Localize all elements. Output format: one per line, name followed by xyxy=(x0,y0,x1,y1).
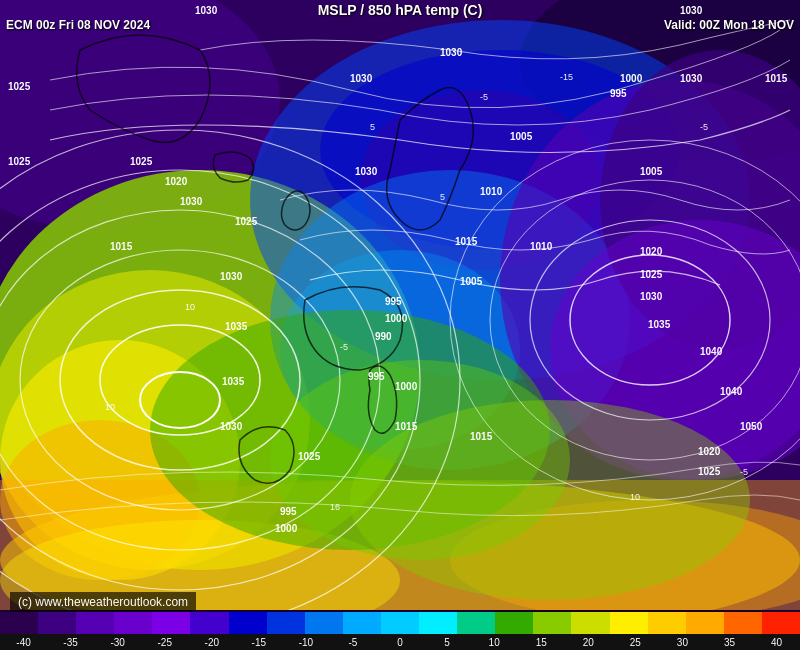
svg-text:1010: 1010 xyxy=(480,186,503,197)
svg-text:1040: 1040 xyxy=(700,346,723,357)
cb-lbl-14: 25 xyxy=(612,637,659,648)
cb-lbl-8: -5 xyxy=(329,637,376,648)
svg-text:-5: -5 xyxy=(700,122,708,132)
svg-text:1020: 1020 xyxy=(698,446,721,457)
svg-text:1025: 1025 xyxy=(130,156,153,167)
cb-seg-14 xyxy=(495,612,533,634)
cb-lbl-4: -25 xyxy=(141,637,188,648)
cb-lbl-3: -30 xyxy=(94,637,141,648)
svg-text:1015: 1015 xyxy=(395,421,418,432)
colorbar: -40 -35 -30 -25 -20 -15 -10 -5 0 5 10 15… xyxy=(0,612,800,650)
svg-text:5: 5 xyxy=(440,192,445,202)
cb-lbl-15: 30 xyxy=(659,637,706,648)
cb-lbl-1: -40 xyxy=(0,637,47,648)
cb-lbl-12: 15 xyxy=(518,637,565,648)
cb-seg-9 xyxy=(305,612,343,634)
svg-text:1000: 1000 xyxy=(395,381,418,392)
svg-text:1030: 1030 xyxy=(195,5,218,16)
svg-text:990: 990 xyxy=(375,331,392,342)
cb-lbl-9: 0 xyxy=(377,637,424,648)
svg-text:1035: 1035 xyxy=(225,321,248,332)
svg-text:1030: 1030 xyxy=(220,271,243,282)
valid-label: Valid: 00Z Mon 18 NOV xyxy=(664,18,794,32)
cb-seg-18 xyxy=(648,612,686,634)
svg-text:1005: 1005 xyxy=(640,166,663,177)
svg-text:1025: 1025 xyxy=(8,156,31,167)
svg-text:1030: 1030 xyxy=(355,166,378,177)
svg-text:-15: -15 xyxy=(560,72,573,82)
cb-seg-8 xyxy=(267,612,305,634)
svg-text:995: 995 xyxy=(610,88,627,99)
svg-text:1015: 1015 xyxy=(110,241,133,252)
svg-text:1005: 1005 xyxy=(510,131,533,142)
cb-seg-12 xyxy=(419,612,457,634)
cb-seg-13 xyxy=(457,612,495,634)
svg-text:1035: 1035 xyxy=(222,376,245,387)
svg-text:1000: 1000 xyxy=(275,523,298,534)
cb-lbl-11: 10 xyxy=(471,637,518,648)
svg-text:1030: 1030 xyxy=(180,196,203,207)
cb-seg-11 xyxy=(381,612,419,634)
cb-seg-19 xyxy=(686,612,724,634)
svg-text:995: 995 xyxy=(368,371,385,382)
svg-text:1030: 1030 xyxy=(640,291,663,302)
svg-text:1040: 1040 xyxy=(720,386,743,397)
cb-seg-17 xyxy=(610,612,648,634)
cb-lbl-7: -10 xyxy=(282,637,329,648)
svg-text:1025: 1025 xyxy=(235,216,258,227)
cb-lbl-5: -20 xyxy=(188,637,235,648)
svg-text:-5: -5 xyxy=(340,342,348,352)
model-label: ECM 00z Fri 08 NOV 2024 xyxy=(6,18,150,32)
svg-text:1025: 1025 xyxy=(640,269,663,280)
svg-text:1010: 1010 xyxy=(530,241,553,252)
cb-seg-2 xyxy=(38,612,76,634)
cb-seg-3 xyxy=(76,612,114,634)
cb-seg-7 xyxy=(229,612,267,634)
cb-lbl-16: 35 xyxy=(706,637,753,648)
weather-map: 1030 1030 1025 1025 1025 1020 1030 1015 … xyxy=(0,0,800,610)
svg-text:1015: 1015 xyxy=(765,73,788,84)
svg-text:10: 10 xyxy=(185,302,195,312)
cb-seg-20 xyxy=(724,612,762,634)
cb-lbl-6: -15 xyxy=(235,637,282,648)
svg-text:1000: 1000 xyxy=(620,73,643,84)
svg-text:1030: 1030 xyxy=(680,73,703,84)
svg-text:1030: 1030 xyxy=(440,47,463,58)
main-container: 1030 1030 1025 1025 1025 1020 1030 1015 … xyxy=(0,0,800,650)
cb-seg-5 xyxy=(152,612,190,634)
cb-lbl-2: -35 xyxy=(47,637,94,648)
svg-text:1030: 1030 xyxy=(350,73,373,84)
svg-text:1030: 1030 xyxy=(220,421,243,432)
svg-text:10: 10 xyxy=(105,402,115,412)
svg-text:1005: 1005 xyxy=(460,276,483,287)
svg-text:995: 995 xyxy=(280,506,297,517)
svg-text:1000: 1000 xyxy=(385,313,408,324)
cb-seg-15 xyxy=(533,612,571,634)
svg-text:1035: 1035 xyxy=(648,319,671,330)
svg-text:10: 10 xyxy=(630,492,640,502)
svg-text:-5: -5 xyxy=(740,467,748,477)
chart-title: MSLP / 850 hPA temp (C) xyxy=(318,2,483,18)
cb-lbl-10: 5 xyxy=(424,637,471,648)
cb-seg-21 xyxy=(762,612,800,634)
cb-seg-16 xyxy=(571,612,609,634)
svg-text:1020: 1020 xyxy=(640,246,663,257)
cb-seg-6 xyxy=(190,612,228,634)
svg-text:16: 16 xyxy=(330,502,340,512)
svg-text:1015: 1015 xyxy=(470,431,493,442)
svg-text:1025: 1025 xyxy=(298,451,321,462)
svg-text:5: 5 xyxy=(370,122,375,132)
colorbar-labels: -40 -35 -30 -25 -20 -15 -10 -5 0 5 10 15… xyxy=(0,634,800,650)
cb-lbl-13: 20 xyxy=(565,637,612,648)
svg-text:1025: 1025 xyxy=(698,466,721,477)
svg-text:1050: 1050 xyxy=(740,421,763,432)
copyright-text: (c) www.theweatheroutlook.com xyxy=(10,592,196,612)
cb-seg-1 xyxy=(0,612,38,634)
svg-text:1025: 1025 xyxy=(8,81,31,92)
cb-seg-10 xyxy=(343,612,381,634)
cb-seg-4 xyxy=(114,612,152,634)
svg-text:-5: -5 xyxy=(480,92,488,102)
colorbar-gradient xyxy=(0,612,800,634)
svg-text:1020: 1020 xyxy=(165,176,188,187)
svg-text:995: 995 xyxy=(385,296,402,307)
